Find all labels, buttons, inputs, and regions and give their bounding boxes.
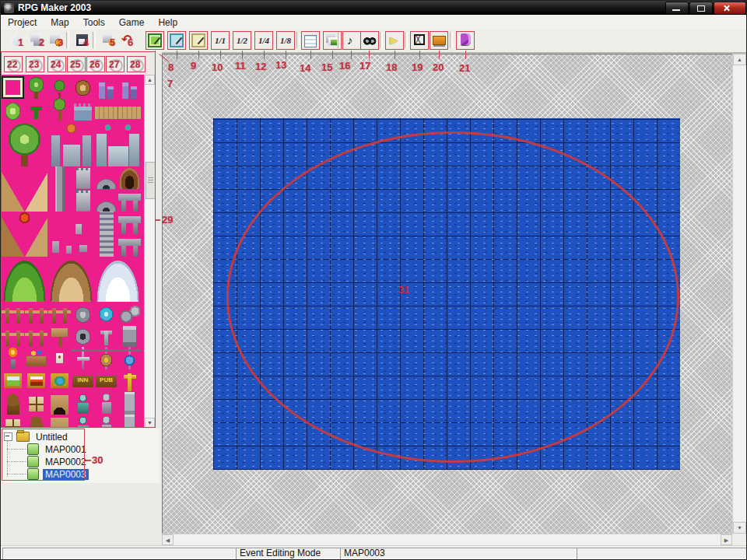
annotation-box-29 (1, 51, 156, 428)
workspace-horizontal-scrollbar[interactable]: ◀ ▶ (162, 534, 732, 545)
zoom-1-1-label: 1/1 (212, 32, 229, 49)
annotation-number-17: 17 (359, 60, 370, 72)
toolbar-music-button[interactable] (342, 31, 361, 50)
toolbar-separator (405, 32, 408, 48)
annotation-number-2: 2 (39, 37, 44, 48)
title-screen-icon (433, 36, 446, 45)
menu-game[interactable]: Game (112, 16, 152, 30)
minimize-icon (672, 9, 680, 11)
workspace-vertical-scrollbar[interactable]: ▲ ▼ (732, 54, 746, 534)
help-icon (461, 33, 471, 45)
scroll-up-icon[interactable]: ▲ (733, 54, 746, 65)
toolbar-title-screen-button[interactable] (430, 31, 448, 50)
scroll-left-icon[interactable]: ◀ (162, 534, 174, 545)
annotation-number-20: 20 (433, 61, 444, 73)
scroll-right-icon[interactable]: ▶ (721, 534, 732, 545)
status-map-name: MAP0003 (340, 548, 581, 559)
annotation-number-7: 7 (167, 78, 173, 89)
scrollbar-corner (732, 534, 746, 545)
maximize-button[interactable] (689, 2, 713, 15)
annotation-ellipse (226, 131, 679, 463)
annotation-number-14: 14 (300, 62, 310, 74)
app-icon (4, 3, 14, 13)
toolbar-test-play-button[interactable] (385, 31, 404, 50)
toolbar-zoom-1-1-button[interactable]: 1/1 (211, 31, 230, 50)
menu-project[interactable]: Project (1, 16, 44, 30)
annotation-number-19: 19 (412, 61, 423, 73)
test-play-icon (388, 33, 402, 47)
annotation-number-1: 1 (18, 37, 23, 48)
window-title: RPG Maker 2003 (18, 2, 91, 13)
annotation-number-11: 11 (235, 60, 246, 72)
menu-help[interactable]: Help (151, 16, 184, 30)
zoom-1-4-label: 1/4 (255, 32, 272, 49)
close-button[interactable] (714, 2, 746, 15)
toolbar-separator (93, 32, 96, 48)
annotation-number-8: 8 (168, 61, 174, 73)
database-icon (304, 35, 317, 47)
toolbar-separator (380, 32, 383, 48)
annotation-number-9: 9 (191, 60, 196, 72)
annotation-number-6: 6 (128, 37, 133, 48)
toolbar-layer-event-button[interactable] (189, 31, 208, 50)
annotation-number-16: 16 (339, 60, 350, 72)
status-panel-right (577, 548, 747, 559)
scroll-down-icon[interactable]: ▼ (733, 522, 746, 534)
maximize-icon (697, 5, 705, 12)
annotation-number-13: 13 (275, 59, 286, 71)
music-icon (345, 33, 359, 47)
menu-tools[interactable]: Tools (76, 16, 112, 30)
title-bar: RPG Maker 2003 (1, 1, 747, 15)
toolbar-database-button[interactable] (301, 31, 320, 50)
annotation-number-30: 30 (92, 454, 103, 466)
annotation-number-10: 10 (212, 61, 223, 73)
toolbar-separator (338, 32, 341, 48)
annotation-number-29: 29 (162, 214, 173, 226)
zoom-1-8-label: 1/8 (277, 32, 294, 49)
app-window: RPG Maker 2003 ProjectMapToolsGameHelp 1… (0, 0, 747, 560)
annotation-number-12: 12 (255, 61, 266, 72)
toolbar-layer-lower-button[interactable] (146, 31, 164, 50)
toolbar-separator (66, 32, 69, 48)
annotation-box-30 (2, 429, 85, 481)
layer-lower-icon (148, 33, 162, 47)
fullscreen-icon (414, 34, 425, 45)
annotation-number-15: 15 (321, 61, 332, 73)
annotation-number-21: 21 (459, 62, 470, 74)
annotation-number-5: 5 (110, 37, 115, 48)
toolbar-fullscreen-button[interactable] (410, 31, 429, 50)
menu-bar: ProjectMapToolsGameHelp (1, 15, 747, 30)
zoom-1-2-label: 1/2 (233, 32, 251, 49)
toolbar-layer-upper-button[interactable] (167, 31, 186, 50)
toolbar-help-button[interactable] (456, 31, 475, 50)
status-bar: Event Editing Mode MAP0003 (1, 545, 747, 560)
toolbar-separator (450, 32, 453, 48)
layer-event-icon (191, 33, 205, 47)
annotation-number-3: 3 (58, 37, 63, 48)
toolbar-find-button[interactable] (360, 31, 379, 50)
find-icon (363, 33, 377, 47)
annotation-number-4: 4 (83, 37, 89, 48)
toolbar-zoom-1-4-button[interactable]: 1/4 (254, 31, 273, 50)
toolbar-zoom-1-2-button[interactable]: 1/2 (233, 31, 251, 50)
minimize-button[interactable] (665, 2, 689, 15)
status-panel-empty (2, 548, 240, 559)
toolbar-separator (296, 32, 300, 48)
menu-map[interactable]: Map (44, 16, 75, 30)
annotation-number-18: 18 (386, 61, 397, 73)
toolbar-zoom-1-8-button[interactable]: 1/8 (276, 31, 295, 50)
annotation-number-31: 31 (398, 284, 409, 296)
status-mode: Event Editing Mode (236, 548, 345, 559)
layer-upper-icon (170, 33, 184, 47)
